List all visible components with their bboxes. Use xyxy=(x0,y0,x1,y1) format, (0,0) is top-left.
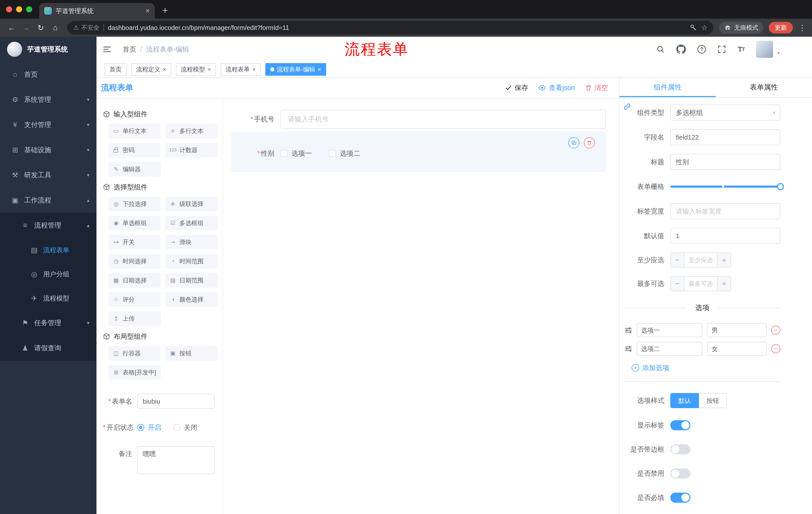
component-type-select[interactable]: 多选框组 ▾ xyxy=(670,105,780,121)
password-key-icon[interactable] xyxy=(690,24,697,31)
option-value-input[interactable] xyxy=(707,323,767,337)
breadcrumb-home[interactable]: 首页 xyxy=(123,45,136,54)
remark-textarea[interactable]: 嘿嘿 xyxy=(137,446,214,474)
border-switch[interactable] xyxy=(670,444,690,454)
clear-button[interactable]: 清空 xyxy=(585,83,608,92)
remove-option-button[interactable]: − xyxy=(771,344,780,353)
minus-button[interactable]: − xyxy=(671,277,685,291)
save-button[interactable]: 保存 xyxy=(505,83,528,92)
checkbox-option-1[interactable]: 选项一 xyxy=(280,149,312,158)
tag-process-form-edit[interactable]: 流程表单-编辑 × xyxy=(265,63,326,76)
palette-item-slider[interactable]: ⊸滑块 xyxy=(165,235,218,249)
forward-button[interactable]: → xyxy=(20,21,33,34)
minus-button[interactable]: − xyxy=(671,253,685,267)
form-name-input[interactable] xyxy=(137,394,214,409)
fullscreen-icon[interactable] xyxy=(718,45,726,54)
view-json-button[interactable]: 查看json xyxy=(538,83,575,92)
phone-input[interactable] xyxy=(280,110,606,129)
selected-widget-gender[interactable]: *性别 选项一 选项二 xyxy=(231,132,606,172)
sidebar-item-task-management[interactable]: ⚑ 任务管理 ▾ xyxy=(0,310,96,335)
sidebar-item-workflow[interactable]: ▣ 工作流程 ▴ xyxy=(0,188,96,213)
sidebar-item-system[interactable]: ⚙ 系统管理 ▾ xyxy=(0,87,96,112)
sidebar-item-process-form[interactable]: ▤ 流程表单 xyxy=(0,238,96,262)
show-label-switch[interactable] xyxy=(670,420,690,430)
min-select-value[interactable]: 至少应选 xyxy=(685,253,717,267)
new-tab-button[interactable]: + xyxy=(162,5,168,15)
avatar[interactable] xyxy=(756,41,773,58)
drag-handle-icon[interactable] xyxy=(625,345,632,353)
palette-item-date-picker[interactable]: ▦日期选择 xyxy=(109,273,161,288)
search-icon[interactable] xyxy=(656,45,665,54)
palette-item-radio-group[interactable]: ◉单选框组 xyxy=(109,216,161,231)
option-value-input[interactable] xyxy=(707,342,767,356)
slider-track[interactable] xyxy=(670,186,780,188)
sidebar-item-home[interactable]: ⌂ 首页 xyxy=(0,62,96,87)
sidebar-item-infrastructure[interactable]: ⊞ 基础设施 ▾ xyxy=(0,137,96,162)
close-window-button[interactable] xyxy=(6,6,12,12)
address-bar[interactable]: ⚠ 不安全 dashboard.yudao.iocoder.cn/bpm/man… xyxy=(67,21,714,34)
tag-process-definition[interactable]: 流程定义 × xyxy=(131,63,171,76)
doc-link-icon[interactable] xyxy=(623,103,631,111)
back-button[interactable]: ← xyxy=(5,21,18,34)
label-width-input[interactable] xyxy=(670,203,780,219)
palette-item-row-container[interactable]: ◫行容器 xyxy=(109,346,161,360)
style-button-button[interactable]: 按钮 xyxy=(699,393,727,408)
palette-item-rate[interactable]: ☆评分 xyxy=(109,292,161,307)
grid-slider[interactable] xyxy=(670,179,780,195)
palette-item-password[interactable]: 密码 xyxy=(109,143,161,157)
sidebar-item-leave-query[interactable]: ♟ 请假查询 xyxy=(0,335,96,360)
palette-item-multi-line-text[interactable]: ≡多行文本 xyxy=(165,124,218,138)
hamburger-icon[interactable] xyxy=(103,45,112,54)
help-icon[interactable]: ? xyxy=(697,45,706,54)
status-radio-on[interactable]: 开启 xyxy=(137,423,161,432)
tag-close-icon[interactable]: × xyxy=(163,66,166,73)
reload-button[interactable]: ↻ xyxy=(34,21,47,34)
sidebar-item-devtools[interactable]: ⚒ 研发工具 ▾ xyxy=(0,162,96,188)
add-option-button[interactable]: + 添加选项 xyxy=(632,363,780,373)
delete-widget-button[interactable] xyxy=(584,137,595,148)
palette-item-date-range[interactable]: ▤日期范围 xyxy=(165,273,218,288)
palette-item-select[interactable]: ◎下拉选择 xyxy=(109,197,161,211)
required-switch[interactable] xyxy=(670,493,690,503)
max-select-value[interactable]: 最多可选 xyxy=(685,277,717,291)
tab-component-props[interactable]: 组件属性 xyxy=(619,77,716,97)
sidebar-item-process-management[interactable]: ≡ 流程管理 ▴ xyxy=(0,213,96,238)
phone-field-row[interactable]: *手机号 xyxy=(231,110,606,129)
disabled-switch[interactable] xyxy=(670,468,690,479)
field-name-input[interactable] xyxy=(670,129,780,145)
palette-item-table[interactable]: ⊞表格[开发中] xyxy=(109,365,161,380)
url-text[interactable]: dashboard.yudao.iocoder.cn/bpm/manager/f… xyxy=(108,24,686,31)
palette-item-single-line-text[interactable]: ▭单行文本 xyxy=(109,124,161,138)
status-radio-off[interactable]: 关闭 xyxy=(173,423,198,432)
drag-handle-icon[interactable] xyxy=(625,326,632,334)
checkbox-box[interactable] xyxy=(329,150,336,157)
default-value-input[interactable] xyxy=(670,228,780,244)
browser-tab[interactable]: 芋道管理系统 × xyxy=(39,3,155,19)
tag-close-icon[interactable]: × xyxy=(252,66,256,73)
palette-item-switch[interactable]: ⊶开关 xyxy=(109,235,161,249)
checkbox-option-2[interactable]: 选项二 xyxy=(329,149,360,158)
checkbox-box[interactable] xyxy=(280,150,287,157)
tag-process-form[interactable]: 流程表单 × xyxy=(221,63,261,76)
browser-update-button[interactable]: 更新 xyxy=(769,22,793,33)
palette-item-checkbox-group[interactable]: ☑多选框组 xyxy=(165,216,218,231)
tag-home[interactable]: 首页 xyxy=(105,63,127,76)
security-warning[interactable]: ⚠ 不安全 xyxy=(74,24,99,32)
palette-item-counter[interactable]: 123计数器 xyxy=(165,143,218,157)
palette-item-cascader[interactable]: ⋔级联选择 xyxy=(165,197,218,211)
palette-item-time-picker[interactable]: ◷时间选择 xyxy=(109,254,161,269)
tag-close-icon[interactable]: × xyxy=(207,66,211,73)
sidebar-item-process-model[interactable]: ✈ 流程模型 xyxy=(0,286,96,310)
browser-menu-icon[interactable]: ⋮ xyxy=(799,23,806,32)
palette-item-color-picker[interactable]: ◑颜色选择 xyxy=(165,292,218,307)
tab-form-props[interactable]: 表单属性 xyxy=(716,77,812,97)
palette-item-upload[interactable]: ↥上传 xyxy=(109,311,161,326)
zoom-window-button[interactable] xyxy=(26,6,32,12)
palette-item-time-range[interactable]: ◔时间范围 xyxy=(165,254,218,269)
minimize-window-button[interactable] xyxy=(16,6,22,12)
bookmark-star-icon[interactable]: ☆ xyxy=(701,24,707,32)
style-default-button[interactable]: 默认 xyxy=(670,393,699,408)
gender-field-row[interactable]: *性别 选项一 选项二 xyxy=(231,149,606,158)
option-name-input[interactable] xyxy=(637,323,702,337)
copy-widget-button[interactable] xyxy=(568,137,579,148)
